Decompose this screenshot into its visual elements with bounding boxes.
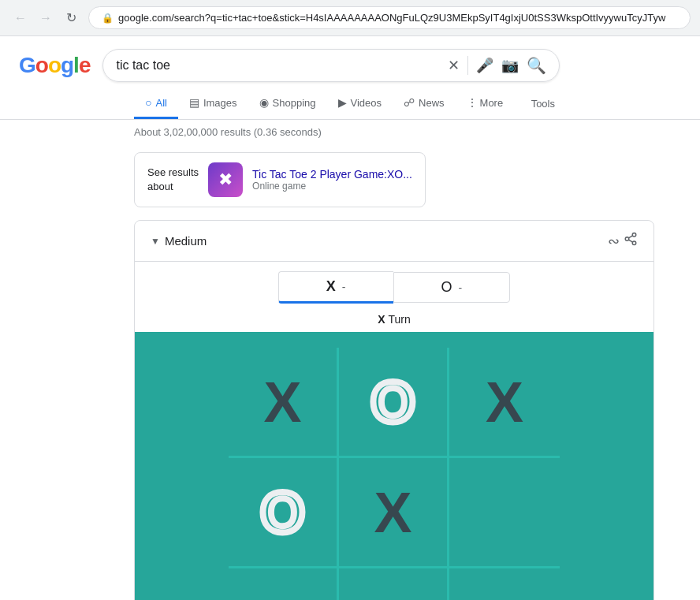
player-x-tab[interactable]: X - <box>278 271 393 304</box>
turn-player: X <box>378 313 385 326</box>
tab-videos-label: Videos <box>351 97 382 109</box>
svg-point-1 <box>625 237 629 241</box>
game-subtitle: Online game <box>252 181 412 192</box>
game-info: Tic Tac Toe 2 Player Game:XO... Online g… <box>252 168 412 192</box>
news-icon: ☍ <box>404 96 415 109</box>
tab-images-label: Images <box>203 97 237 109</box>
search-input[interactable] <box>116 58 441 73</box>
logo-o2: o <box>48 53 61 77</box>
lock-icon: 🔒 <box>102 13 114 24</box>
share-button[interactable]: ∾ <box>608 232 638 250</box>
game-widget: ▼ Medium ∾ X - O - <box>134 220 654 600</box>
search-icons: ✕ 🎤 📷 🔍 <box>448 56 546 75</box>
logo-g: G <box>19 53 35 77</box>
tools-tab[interactable]: Tools <box>520 90 566 117</box>
share-svg-icon <box>624 232 638 246</box>
all-icon: ○ <box>145 96 151 109</box>
cell-symbol-4: X <box>374 484 411 541</box>
page-content: Google ✕ 🎤 📷 🔍 ○ All ▤ Images ◉ Shopping <box>0 36 700 600</box>
player-x-score: - <box>342 281 346 293</box>
game-title[interactable]: Tic Tac Toe 2 Player Game:XO... <box>252 168 412 181</box>
google-logo: Google <box>19 53 90 78</box>
turn-indicator: X Turn <box>135 313 653 332</box>
player-o-score: - <box>459 281 463 294</box>
results-count: About 3,02,00,000 results (0.36 seconds) <box>134 126 322 138</box>
search-divider <box>467 56 468 75</box>
game-app-icon: ✖ <box>218 170 233 190</box>
refresh-button[interactable]: ↻ <box>60 7 82 29</box>
see-results-line1: See results <box>147 166 199 178</box>
search-tabs: ○ All ▤ Images ◉ Shopping ▶ Videos ☍ New… <box>0 88 700 120</box>
board-cell-8: O <box>449 568 560 600</box>
see-results-label: See results about <box>147 166 199 194</box>
share-icon: ∾ <box>608 233 620 249</box>
shopping-icon: ◉ <box>259 96 269 109</box>
tab-more-label: More <box>480 97 504 109</box>
difficulty-label: Medium <box>165 234 207 248</box>
cell-symbol-1: O <box>370 374 415 430</box>
url-text: google.com/search?q=tic+tac+toe&stick=H4… <box>118 12 677 24</box>
board-cell-1: O <box>339 348 449 458</box>
more-dots-icon: ⋮ <box>467 96 478 109</box>
browser-chrome: ← → ↻ 🔒 google.com/search?q=tic+tac+toe&… <box>0 0 700 36</box>
board-cell-6: O <box>229 568 339 600</box>
images-icon: ▤ <box>189 96 199 109</box>
turn-label: Turn <box>389 313 411 326</box>
board-cell-0: X <box>229 348 339 458</box>
player-x-symbol: X <box>326 278 336 295</box>
address-bar[interactable]: 🔒 google.com/search?q=tic+tac+toe&stick=… <box>88 6 691 29</box>
cell-symbol-6: O <box>260 595 304 600</box>
search-bar[interactable]: ✕ 🎤 📷 🔍 <box>102 49 560 82</box>
tab-shopping[interactable]: ◉ Shopping <box>248 88 327 119</box>
player-o-symbol: O <box>441 279 452 296</box>
board-cell-7: X <box>339 568 449 600</box>
logo-e: e <box>79 53 91 77</box>
videos-icon: ▶ <box>338 96 347 109</box>
cell-symbol-7: X <box>374 595 411 600</box>
nav-buttons: ← → ↻ <box>9 7 82 29</box>
tab-all-label: All <box>155 97 166 109</box>
logo-l: l <box>73 53 79 77</box>
board-cell-2: X <box>449 348 560 458</box>
tab-news-label: News <box>419 97 445 109</box>
tab-images[interactable]: ▤ Images <box>178 88 248 119</box>
cell-symbol-8: O <box>482 595 527 600</box>
see-results-card[interactable]: See results about ✖ Tic Tac Toe 2 Player… <box>134 152 426 207</box>
board-cell-3: O <box>229 458 339 568</box>
cell-symbol-3: O <box>260 484 304 541</box>
game-board: XOXOXOXO <box>229 348 560 600</box>
player-tabs: X - O - <box>135 262 653 313</box>
lens-button[interactable]: 📷 <box>501 57 519 74</box>
tab-news[interactable]: ☍ News <box>393 88 456 119</box>
player-o-tab[interactable]: O - <box>393 272 511 303</box>
cell-symbol-2: X <box>486 374 523 430</box>
svg-line-3 <box>628 240 632 242</box>
game-app-thumbnail: ✖ <box>208 162 243 197</box>
tab-all[interactable]: ○ All <box>134 88 178 119</box>
voice-search-button[interactable]: 🎤 <box>476 57 493 74</box>
svg-point-0 <box>632 233 636 237</box>
difficulty-selector[interactable]: ▼ Medium <box>151 234 207 248</box>
board-cell-5[interactable] <box>449 458 560 568</box>
results-info: About 3,02,00,000 results (0.36 seconds) <box>0 120 700 144</box>
cell-symbol-0: X <box>263 374 301 430</box>
chevron-down-icon: ▼ <box>151 236 160 247</box>
see-results-line2: about <box>147 181 173 192</box>
search-button[interactable]: 🔍 <box>527 56 546 75</box>
logo-g2: g <box>61 53 73 77</box>
clear-button[interactable]: ✕ <box>448 57 460 74</box>
game-header: ▼ Medium ∾ <box>135 221 653 262</box>
google-header: Google ✕ 🎤 📷 🔍 <box>0 36 700 88</box>
game-board-container: XOXOXOXO <box>135 332 653 600</box>
tab-shopping-label: Shopping <box>273 97 316 109</box>
tab-more[interactable]: ⋮ More <box>456 88 515 119</box>
svg-line-4 <box>628 236 632 238</box>
back-button[interactable]: ← <box>9 7 32 29</box>
forward-button[interactable]: → <box>35 7 57 29</box>
svg-point-2 <box>632 241 636 245</box>
logo-o1: o <box>35 53 48 77</box>
tab-videos[interactable]: ▶ Videos <box>327 88 393 119</box>
board-cell-4: X <box>339 458 449 568</box>
